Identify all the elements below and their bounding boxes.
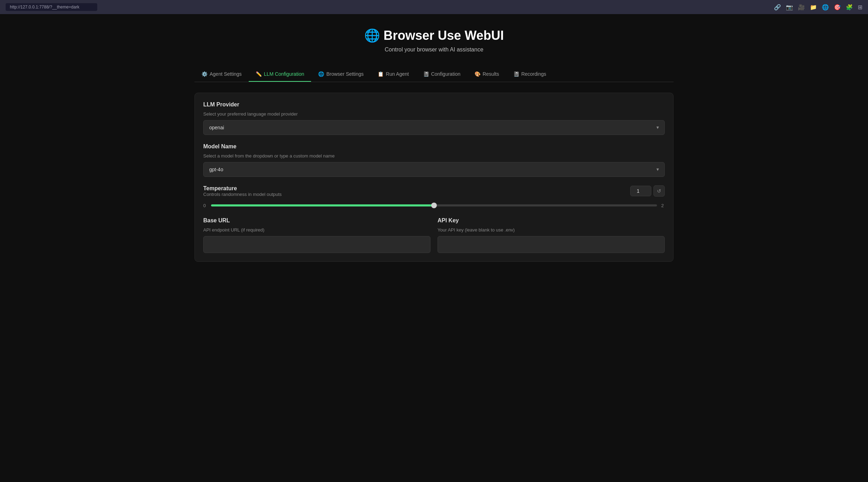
llm-provider-label: LLM Provider	[203, 101, 665, 108]
settings-panel: LLM Provider Select your preferred langu…	[194, 93, 674, 262]
agent-settings-emoji: ⚙️	[202, 71, 207, 77]
agent-settings-label: Agent Settings	[210, 71, 242, 77]
tab-recordings[interactable]: 📓 Recordings	[506, 67, 553, 82]
tab-run-agent[interactable]: 📋 Run Agent	[371, 67, 416, 82]
camera-icon[interactable]: 🎥	[798, 4, 805, 11]
api-key-section: API Key Your API key (leave blank to use…	[438, 217, 665, 253]
browser-settings-emoji: 🌐	[318, 71, 324, 77]
temperature-slider-container: 0 2	[203, 202, 665, 209]
tab-agent-settings[interactable]: ⚙️ Agent Settings	[194, 67, 249, 82]
base-url-label: Base URL	[203, 217, 430, 224]
temperature-section: Temperature Controls randomness in model…	[203, 185, 665, 209]
temperature-label-group: Temperature Controls randomness in model…	[203, 185, 282, 197]
llm-provider-description: Select your preferred language model pro…	[203, 111, 665, 117]
browser-toolbar: 🔗 📷 🎥 📁 🌐 🎯 🧩 ⊞	[774, 4, 862, 11]
temperature-value-box: ↺	[630, 185, 665, 197]
results-emoji: 🎨	[475, 71, 480, 77]
model-name-select[interactable]: gpt-4o gpt-4 gpt-3.5-turbo gpt-4-turbo	[203, 162, 665, 177]
tab-configuration[interactable]: 📓 Configuration	[416, 67, 467, 82]
link-icon[interactable]: 🔗	[774, 4, 781, 11]
configuration-label: Configuration	[431, 71, 460, 77]
base-url-section: Base URL API endpoint URL (if required)	[203, 217, 430, 253]
model-name-section: Model Name Select a model from the dropd…	[203, 143, 665, 177]
llm-config-emoji: ✏️	[256, 71, 262, 77]
folder-icon[interactable]: 📁	[810, 4, 817, 11]
llm-config-label: LLM Configuration	[264, 71, 304, 77]
title-text: Browser Use WebUI	[384, 28, 504, 43]
api-key-description: Your API key (leave blank to use .env)	[438, 227, 665, 233]
base-url-input[interactable]	[203, 236, 430, 253]
tab-results[interactable]: 🎨 Results	[467, 67, 506, 82]
temperature-min-label: 0	[203, 203, 207, 208]
tab-llm-configuration[interactable]: ✏️ LLM Configuration	[249, 67, 311, 82]
puzzle-icon[interactable]: 🧩	[846, 4, 853, 11]
model-name-label: Model Name	[203, 143, 665, 150]
page-title: 🌐 Browser Use WebUI	[194, 28, 674, 43]
run-agent-emoji: 📋	[378, 71, 384, 77]
recordings-label: Recordings	[521, 71, 546, 77]
temperature-slider-wrapper	[211, 202, 657, 209]
globe-icon[interactable]: 🌐	[822, 4, 829, 11]
model-name-select-wrapper: gpt-4o gpt-4 gpt-3.5-turbo gpt-4-turbo ▼	[203, 162, 665, 177]
temperature-reset-button[interactable]: ↺	[653, 185, 665, 197]
temperature-label: Temperature	[203, 185, 282, 192]
results-label: Results	[483, 71, 499, 77]
api-key-label: API Key	[438, 217, 665, 224]
url-bar[interactable]: http://127.0.0.1:7788/?__theme=dark	[6, 3, 97, 11]
llm-provider-section: LLM Provider Select your preferred langu…	[203, 101, 665, 135]
page-subtitle: Control your browser with AI assistance	[194, 47, 674, 53]
main-content: 🌐 Browser Use WebUI Control your browser…	[187, 14, 681, 269]
run-agent-label: Run Agent	[386, 71, 409, 77]
globe-emoji: 🌐	[364, 28, 380, 43]
screenshot-icon[interactable]: 📷	[786, 4, 793, 11]
temperature-header: Temperature Controls randomness in model…	[203, 185, 665, 197]
temperature-value-input[interactable]	[630, 186, 651, 196]
recordings-emoji: 📓	[513, 71, 519, 77]
target-icon[interactable]: 🎯	[834, 4, 841, 11]
temperature-max-label: 2	[661, 203, 665, 208]
model-name-description: Select a model from the dropdown or type…	[203, 153, 665, 159]
page-header: 🌐 Browser Use WebUI Control your browser…	[194, 28, 674, 53]
llm-provider-select[interactable]: openai anthropic google azure ollama	[203, 120, 665, 135]
base-url-description: API endpoint URL (if required)	[203, 227, 430, 233]
temperature-description: Controls randomness in model outputs	[203, 192, 282, 197]
url-apikey-row: Base URL API endpoint URL (if required) …	[203, 217, 665, 253]
llm-provider-select-wrapper: openai anthropic google azure ollama ▼	[203, 120, 665, 135]
tabs-nav: ⚙️ Agent Settings ✏️ LLM Configuration 🌐…	[194, 67, 674, 82]
tab-browser-settings[interactable]: 🌐 Browser Settings	[311, 67, 371, 82]
browser-settings-label: Browser Settings	[326, 71, 364, 77]
configuration-emoji: 📓	[423, 71, 429, 77]
api-key-input[interactable]	[438, 236, 665, 253]
browser-chrome: http://127.0.0.1:7788/?__theme=dark 🔗 📷 …	[0, 0, 868, 14]
split-icon[interactable]: ⊞	[858, 4, 862, 11]
